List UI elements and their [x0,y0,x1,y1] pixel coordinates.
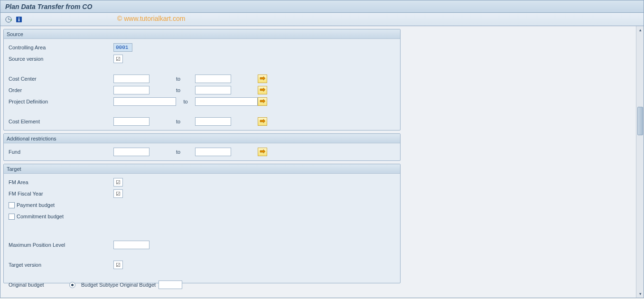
max-position-level-input[interactable] [113,241,149,249]
svg-marker-11 [260,150,265,153]
multiple-selection-button[interactable] [258,86,267,94]
controlling-area-input[interactable]: 0001 [113,43,132,52]
execute-icon[interactable] [4,15,13,24]
to-label: to [149,149,195,155]
title-bar: Plan Data Transfer from CO [0,0,644,13]
svg-marker-8 [260,88,265,92]
svg-rect-5 [19,18,19,19]
fund-to-input[interactable] [195,148,231,156]
label-commitment-budget: Commitment budget [17,214,64,219]
label-fm-area: FM Area [7,179,113,185]
to-label: to [149,76,195,82]
svg-marker-10 [260,119,265,123]
label-original-budget: Original budget [7,282,69,288]
watermark: © www.tutorialkart.com [117,15,185,22]
order-to-input[interactable] [195,86,231,94]
svg-marker-7 [260,76,265,80]
label-source-version: Source version [7,56,113,62]
to-label: to [149,87,195,93]
label-fund: Fund [7,149,113,155]
project-def-to-input[interactable] [195,97,258,106]
content-area: Source Controlling Area 0001 Source vers… [0,26,644,298]
panel-source: Source Controlling Area 0001 Source vers… [3,29,401,131]
panel-additional-restrictions: Additional restrictions Fund to [3,133,401,161]
multiple-selection-button[interactable] [258,75,267,83]
fm-area-input[interactable]: ☑ [113,178,123,187]
source-version-input[interactable]: ☑ [113,55,123,63]
scroll-down-icon[interactable]: ▾ [637,291,643,297]
commitment-budget-checkbox[interactable] [9,214,15,220]
svg-rect-6 [19,19,19,21]
app-shell: Plan Data Transfer from CO © www.tutoria… [0,0,644,298]
multiple-selection-button[interactable] [258,97,267,106]
label-project-definition: Project Definition [7,99,113,104]
label-max-position-level: Maximum Position Level [7,242,113,248]
budget-subtype-input[interactable] [159,280,182,289]
project-def-from-input[interactable] [113,97,176,106]
page-title: Plan Data Transfer from CO [5,3,92,10]
label-order: Order [7,87,113,93]
svg-marker-3 [10,19,12,21]
label-cost-element: Cost Element [7,119,113,124]
original-budget-radio[interactable] [69,282,75,288]
fund-from-input[interactable] [113,148,149,156]
to-label: to [176,99,195,104]
label-target-version: Target version [7,262,113,268]
label-controlling-area: Controlling Area [7,45,113,50]
payment-budget-checkbox[interactable] [9,202,15,208]
cost-center-from-input[interactable] [113,75,149,83]
cost-element-to-input[interactable] [195,117,231,126]
scroll-up-icon[interactable]: ▴ [637,27,643,33]
cost-center-to-input[interactable] [195,75,231,83]
toolbar: © www.tutorialkart.com [0,13,644,26]
cost-element-from-input[interactable] [113,117,149,126]
scroll-thumb[interactable] [637,107,643,135]
panel-header-addl: Additional restrictions [4,134,400,143]
multiple-selection-button[interactable] [258,148,267,156]
order-from-input[interactable] [113,86,149,94]
fm-fiscal-year-input[interactable]: ☑ [113,189,123,198]
info-icon[interactable] [15,15,23,24]
to-label: to [149,119,195,124]
panel-header-source: Source [4,29,400,39]
panel-target: Target FM Area ☑ FM Fiscal Year ☑ Paymen… [3,164,401,283]
svg-marker-9 [260,99,265,103]
multiple-selection-button[interactable] [258,117,267,126]
label-budget-subtype: Budget Subtype Original Budget [81,282,156,288]
vertical-scrollbar[interactable]: ▴ ▾ [636,26,644,298]
target-version-input[interactable]: ☑ [113,261,123,269]
label-cost-center: Cost Center [7,76,113,82]
label-fm-fiscal-year: FM Fiscal Year [7,191,113,196]
panel-header-target: Target [4,164,400,174]
label-payment-budget: Payment budget [17,202,55,208]
